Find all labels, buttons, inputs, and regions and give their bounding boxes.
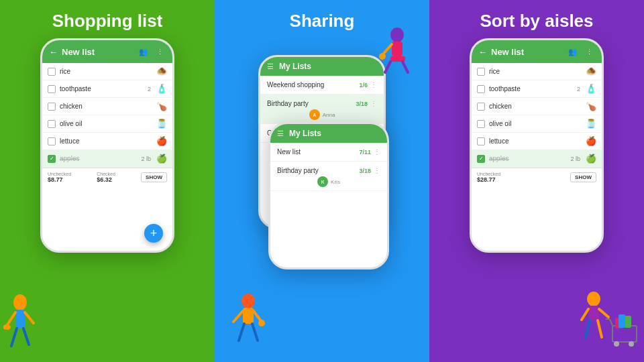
- checkbox-rice[interactable]: [48, 68, 56, 76]
- bottom-bar-1: Unchecked $8.77 Checked $6.32 SHOW: [42, 168, 172, 186]
- svg-rect-8: [392, 42, 402, 56]
- list-item[interactable]: chicken 🍗: [42, 98, 172, 115]
- header-title-3: New list: [491, 47, 563, 57]
- svg-rect-33: [625, 316, 631, 328]
- fab-button-1[interactable]: +: [144, 224, 163, 243]
- show-button-1[interactable]: SHOW: [141, 172, 167, 182]
- avatar-row-kris: K Kris: [317, 174, 340, 190]
- svg-point-31: [629, 341, 634, 347]
- app-header-1: ← New list 👥 ⋮: [42, 40, 172, 63]
- back-button-3[interactable]: ←: [478, 47, 487, 57]
- list-item[interactable]: rice 🧆: [42, 63, 172, 80]
- checkbox-apples[interactable]: ✓: [48, 155, 56, 163]
- svg-line-24: [599, 309, 608, 317]
- checkbox-oliveoil-3[interactable]: [477, 120, 485, 128]
- svg-line-23: [582, 309, 588, 320]
- svg-line-25: [586, 320, 590, 337]
- checkbox-toothpaste-3[interactable]: [477, 85, 485, 93]
- checkbox-chicken[interactable]: [48, 103, 56, 111]
- panel-sharing: Sharing ☰ My Lists Weekend shopping 1/6 …: [215, 0, 429, 362]
- hamburger-icon-back: ☰: [267, 62, 274, 71]
- share-icon-1[interactable]: 👥: [138, 46, 150, 58]
- checkbox-toothpaste[interactable]: [48, 85, 56, 93]
- list-3: rice 🧆 toothpaste 2 🧴 chicken 🍗 olive oi…: [472, 63, 602, 168]
- svg-point-20: [258, 320, 265, 326]
- phone-1: ← New list 👥 ⋮ rice 🧆 toothpaste 2 🧴 chi…: [40, 38, 174, 253]
- figure-cart: [580, 289, 641, 359]
- svg-line-5: [23, 328, 29, 345]
- list-item-checked[interactable]: ✓ apples 2 lb 🍏: [42, 150, 172, 168]
- svg-point-6: [3, 324, 11, 330]
- panel3-title: Sort by aisles: [480, 11, 593, 32]
- list-item[interactable]: olive oil 🫙: [472, 115, 602, 133]
- checkbox-chicken-3[interactable]: [477, 103, 485, 111]
- checkbox-rice-3[interactable]: [477, 68, 485, 76]
- list-row-birthday[interactable]: Birthday party 3/18 ⋮ A Anna: [260, 95, 384, 124]
- list-item-checked-3[interactable]: ✓ apples 2 lb 🍏: [472, 150, 602, 168]
- checkbox-apples-3[interactable]: ✓: [477, 155, 485, 163]
- checkbox-olive-oil[interactable]: [48, 120, 56, 128]
- svg-line-18: [239, 324, 244, 341]
- svg-rect-15: [243, 308, 254, 324]
- svg-line-11: [385, 62, 390, 72]
- panel-shopping-list: Shopping list ← New list 👥 ⋮ rice 🧆 toot…: [0, 0, 215, 362]
- list-item[interactable]: rice 🧆: [472, 63, 602, 80]
- figure-sitting: [376, 27, 419, 86]
- svg-line-4: [11, 328, 17, 346]
- hamburger-icon-front: ☰: [277, 129, 284, 138]
- checkbox-lettuce-3[interactable]: [477, 137, 485, 145]
- avatar-anna: A: [309, 109, 320, 120]
- app-header-3: ← New list 👥 ⋮: [472, 40, 602, 63]
- panel2-title: Sharing: [290, 11, 355, 32]
- svg-line-16: [233, 311, 243, 322]
- svg-point-0: [13, 294, 27, 310]
- share-icon-3[interactable]: 👥: [567, 46, 579, 58]
- list-item[interactable]: chicken 🍗: [472, 98, 602, 115]
- svg-line-26: [598, 320, 602, 337]
- svg-point-30: [614, 341, 619, 347]
- figure-standing-2: [228, 292, 268, 355]
- list-item[interactable]: lettuce 🍎: [472, 133, 602, 150]
- list-item[interactable]: toothpaste 2 🧴: [472, 80, 602, 98]
- svg-point-14: [241, 294, 255, 308]
- figure-person-1: [3, 292, 50, 362]
- svg-rect-34: [619, 314, 625, 328]
- list-item[interactable]: olive oil 🫙: [42, 115, 172, 133]
- show-button-3[interactable]: SHOW: [570, 172, 596, 182]
- list-item[interactable]: toothpaste 2 🧴: [42, 80, 172, 98]
- list-row-birthday-front[interactable]: Birthday party 3/18 ⋮ K Kris: [270, 162, 387, 191]
- panel1-title: Shopping list: [52, 11, 163, 32]
- avatar-row-anna: A Anna: [309, 107, 335, 123]
- svg-line-12: [402, 62, 408, 72]
- phone-3: ← New list 👥 ⋮ rice 🧆 toothpaste 2 🧴 chi…: [470, 38, 604, 253]
- header-title-1: New list: [62, 47, 133, 57]
- svg-rect-1: [15, 310, 25, 328]
- bottom-bar-3: Unchecked $28.77 SHOW: [472, 168, 602, 186]
- svg-line-3: [25, 312, 34, 323]
- svg-line-28: [610, 319, 612, 326]
- my-lists-header-front: ☰ My Lists: [270, 124, 387, 143]
- my-lists-header-back: ☰ My Lists: [260, 57, 384, 76]
- my-lists-title-back: My Lists: [279, 62, 377, 71]
- avatar-kris: K: [317, 176, 328, 187]
- more-icon-3[interactable]: ⋮: [583, 46, 595, 58]
- panel-sort-aisles: Sort by aisles ← New list 👥 ⋮ rice 🧆 too…: [429, 0, 644, 362]
- svg-line-19: [252, 324, 258, 341]
- more-icon-1[interactable]: ⋮: [154, 46, 166, 58]
- svg-point-13: [379, 53, 386, 60]
- svg-rect-22: [588, 306, 599, 320]
- my-lists-title-front: My Lists: [289, 129, 380, 138]
- list-row-weekend[interactable]: Weekend shopping 1/6 ⋮: [260, 76, 384, 95]
- phone-front: ☰ My Lists New list 7/11 ⋮ Birthday part…: [268, 122, 389, 269]
- back-button-1[interactable]: ←: [49, 47, 58, 57]
- list-1: rice 🧆 toothpaste 2 🧴 chicken 🍗 olive oi…: [42, 63, 172, 168]
- svg-point-21: [587, 292, 600, 306]
- list-row-newlist[interactable]: New list 7/11 ⋮: [270, 143, 387, 162]
- svg-line-2: [7, 312, 15, 326]
- checkbox-lettuce[interactable]: [48, 137, 56, 145]
- list-item[interactable]: lettuce 🍎: [42, 133, 172, 150]
- svg-point-7: [390, 27, 404, 42]
